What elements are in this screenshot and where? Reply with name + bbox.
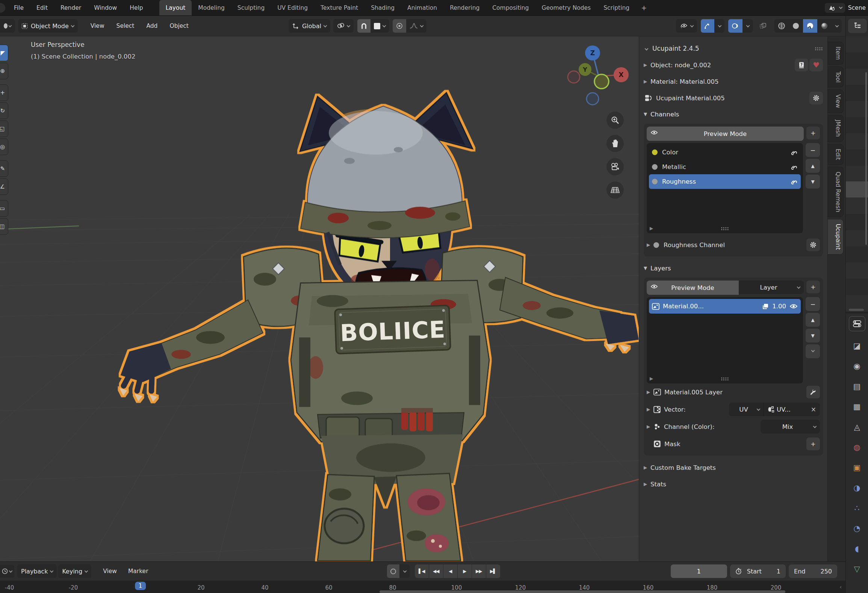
editor-type-button[interactable] — [0, 19, 15, 33]
move-layer-down-button[interactable]: ▼ — [806, 329, 820, 343]
sidebar-tab[interactable]: Item — [828, 42, 844, 65]
outliner-scrollbar[interactable] — [865, 72, 867, 245]
snap-target-button[interactable] — [370, 19, 389, 33]
timeline-scrollbar[interactable] — [380, 590, 785, 593]
object-tab[interactable]: ▣ — [846, 457, 868, 478]
disclosure-triangle-icon[interactable]: ▶ — [647, 407, 653, 412]
custom-bake-targets-row[interactable]: ▶ Custom Bake Targets — [644, 459, 823, 476]
gizmos-toggle[interactable] — [701, 19, 714, 33]
workspace-tab[interactable]: Sculpting — [231, 0, 271, 15]
stats-row[interactable]: ▶ Stats — [644, 476, 823, 492]
toggle-grid-button[interactable] — [606, 181, 624, 199]
add-cube-tool[interactable]: ▭ — [0, 200, 8, 217]
properties-editor-type-button[interactable] — [849, 316, 865, 331]
particles-tab[interactable]: ∴ — [846, 498, 868, 518]
jump-to-end-button[interactable]: ▶▌ — [486, 564, 501, 578]
mode-selector[interactable]: Object Mode — [18, 19, 78, 33]
outliner-display-mode-button[interactable] — [848, 19, 867, 33]
help-book-button[interactable]: ? — [795, 59, 808, 71]
workspace-tab[interactable]: Modeling — [192, 0, 231, 15]
select-box-tool[interactable]: ◤ — [0, 45, 8, 61]
modifiers-tab[interactable]: ◑ — [846, 478, 868, 498]
constraints-tab[interactable]: ◖ — [846, 539, 868, 559]
viewport-menu-item[interactable]: Object — [163, 23, 194, 29]
outliner-rows[interactable] — [846, 36, 868, 312]
properties-scrollbar[interactable] — [849, 309, 864, 311]
playback-menu[interactable]: Playback — [17, 564, 57, 578]
cursor-tool[interactable]: ⊕ — [0, 63, 8, 79]
list-resize-grip[interactable] — [721, 377, 729, 380]
timeline-view-menu[interactable]: View — [97, 568, 122, 575]
link-icon[interactable] — [790, 178, 798, 186]
link-icon[interactable] — [790, 149, 798, 156]
workspace-tab[interactable]: Shading — [364, 0, 401, 15]
scene-datablock-button[interactable] — [825, 3, 845, 13]
list-expand-icon[interactable]: ▶ — [650, 226, 653, 231]
remove-channel-button[interactable]: − — [806, 143, 820, 157]
list-resize-grip[interactable] — [721, 227, 729, 230]
xray-toggle[interactable] — [756, 19, 771, 33]
topbar-menu-item[interactable]: Help — [123, 5, 149, 11]
workspace-tab[interactable]: Animation — [401, 0, 443, 15]
add-mesh-tool[interactable]: ◫ — [0, 218, 8, 235]
layer-detail-row[interactable]: ▶ Material.005 Layer — [647, 383, 820, 401]
sidebar-tab[interactable]: Tool — [828, 66, 844, 88]
outliner-highlight-row[interactable] — [846, 181, 868, 198]
viewport-menu-item[interactable]: View — [85, 23, 110, 29]
auto-key-dropdown[interactable] — [399, 564, 410, 578]
axis-negx-ball[interactable] — [568, 71, 580, 83]
output-tab[interactable]: ▤ — [846, 376, 868, 397]
sidebar-tab[interactable]: Quad Remesh — [828, 167, 844, 217]
layers-header[interactable]: ▼ Layers — [644, 260, 823, 276]
topbar-menu-item[interactable]: Edit — [30, 5, 54, 11]
show-gizmo-visibility-button[interactable] — [676, 19, 697, 33]
transform-orientation-button[interactable]: Global — [289, 19, 330, 33]
axis-negy-ball[interactable] — [594, 74, 609, 89]
sidebar-tab[interactable]: Edit — [828, 144, 844, 165]
add-workspace-button[interactable]: + — [636, 0, 652, 15]
topbar-menu-item[interactable]: Render — [54, 5, 88, 11]
jump-to-start-button[interactable]: ▌◀ — [415, 564, 429, 578]
eye-icon[interactable] — [789, 303, 798, 309]
selected-character[interactable]: BOLIICE — [119, 93, 639, 561]
viewport-3d[interactable]: BOLIICE — [0, 36, 639, 561]
layer-tools-button[interactable] — [806, 386, 820, 398]
scale-tool[interactable]: ◱ — [0, 121, 8, 137]
list-expand-icon[interactable]: ▶ — [650, 376, 653, 381]
remove-layer-button[interactable]: − — [806, 297, 820, 311]
link-icon[interactable] — [790, 163, 798, 171]
proportional-falloff-button[interactable] — [406, 19, 426, 33]
rotate-tool[interactable]: ↻ — [0, 103, 8, 119]
frame-end-field[interactable]: End 250 — [789, 564, 837, 578]
auto-key-toggle[interactable] — [387, 564, 399, 578]
Material.00...[interactable]: Material.00... 1.00 — [649, 299, 801, 314]
workspace-tab[interactable]: UV Editing — [271, 0, 314, 15]
gizmos-dropdown[interactable] — [714, 19, 724, 33]
overlays-toggle[interactable] — [728, 19, 742, 33]
blender-logo-icon[interactable] — [0, 3, 5, 13]
panel-grip[interactable] — [815, 47, 823, 50]
transform-tool[interactable]: ◎ — [0, 139, 8, 155]
viewport-menu-item[interactable]: Select — [110, 23, 141, 29]
layer-extra-menu-button[interactable] — [806, 344, 820, 358]
roughness-channel-row[interactable]: ▶ Roughness Channel — [647, 236, 820, 253]
uv-map-field[interactable]: UV... × — [764, 403, 820, 416]
move-channel-up-button[interactable]: ▲ — [806, 159, 820, 173]
current-frame-field[interactable]: 1 — [671, 564, 727, 578]
support-heart-button[interactable]: ♥ — [809, 59, 823, 71]
add-channel-button[interactable]: + — [806, 127, 820, 139]
world-tab[interactable]: ◍ — [846, 437, 868, 457]
play-reverse-button[interactable]: ◀ — [443, 564, 458, 578]
frame-start-field[interactable]: Start 1 — [730, 564, 786, 578]
channels-header[interactable]: ▼ Channels — [644, 106, 823, 122]
viewport-menu-item[interactable]: Add — [140, 23, 163, 29]
Roughness[interactable]: Roughness — [649, 174, 801, 189]
physics-tab[interactable]: ◔ — [846, 518, 868, 539]
sidebar-tab[interactable]: Ucupaint — [828, 219, 844, 255]
topbar-menu-item[interactable]: File — [8, 5, 30, 11]
wireframe-shading-button[interactable] — [774, 19, 789, 33]
Metallic[interactable]: Metallic — [649, 160, 801, 174]
sidebar-tab[interactable]: JMesh — [828, 115, 844, 142]
layer-filter-dropdown[interactable]: Layer — [739, 281, 804, 294]
close-icon[interactable]: × — [811, 406, 816, 413]
